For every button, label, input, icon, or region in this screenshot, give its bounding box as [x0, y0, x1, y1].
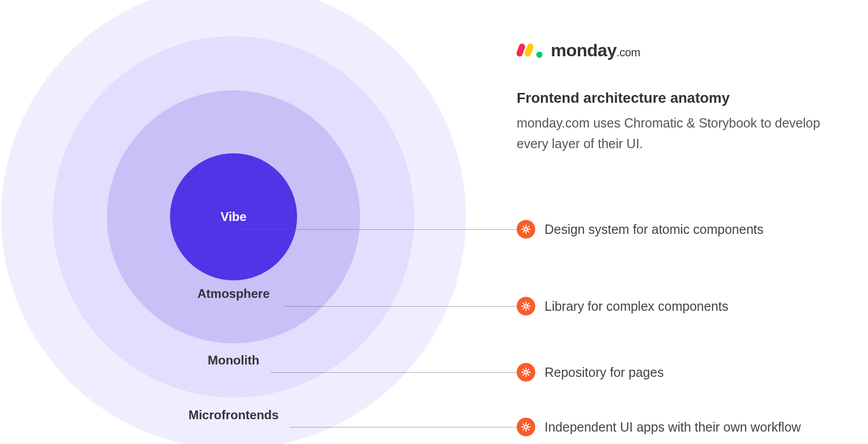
chromatic-icon	[517, 363, 535, 382]
layer-item-microfrontends: Independent UI apps with their own workf…	[517, 418, 801, 436]
brand-wordmark: monday.com	[551, 40, 640, 60]
connector-microfrontends	[289, 427, 517, 427]
chromatic-icon	[517, 418, 535, 436]
svg-point-4	[524, 305, 528, 308]
monday-logo-icon	[517, 41, 546, 60]
layer-label-monolith: Monolith	[156, 353, 311, 368]
svg-point-3	[524, 228, 528, 231]
layer-desc-atmosphere: Library for complex components	[545, 299, 729, 314]
layer-item-vibe: Design system for atomic components	[517, 220, 764, 239]
headline-description: monday.com uses Chromatic & Storybook to…	[517, 113, 827, 154]
svg-rect-0	[517, 42, 526, 57]
connector-atmosphere	[283, 306, 517, 307]
headline-title: Frontend architecture anatomy	[517, 90, 827, 106]
layer-desc-monolith: Repository for pages	[545, 365, 664, 380]
layer-item-atmosphere: Library for complex components	[517, 297, 729, 315]
svg-point-6	[524, 425, 528, 429]
layer-label-atmosphere: Atmosphere	[156, 287, 311, 301]
svg-rect-1	[524, 42, 534, 57]
brand-logo: monday.com	[517, 40, 640, 60]
brand-name: monday	[551, 40, 616, 60]
svg-point-2	[536, 52, 542, 58]
layer-label-microfrontends: Microfrontends	[156, 408, 311, 422]
chromatic-icon	[517, 220, 535, 239]
connector-vibe	[234, 229, 517, 230]
diagram-stage: Vibe Atmosphere Monolith Microfrontends …	[0, 0, 868, 444]
connector-monolith	[271, 372, 517, 373]
layer-item-monolith: Repository for pages	[517, 363, 664, 382]
layer-desc-microfrontends: Independent UI apps with their own workf…	[545, 420, 801, 435]
brand-suffix: .com	[616, 46, 640, 59]
layer-label-vibe: Vibe	[156, 210, 311, 224]
layer-desc-vibe: Design system for atomic components	[545, 222, 764, 237]
chromatic-icon	[517, 297, 535, 315]
svg-point-5	[524, 371, 528, 374]
headline-block: Frontend architecture anatomy monday.com…	[517, 90, 827, 154]
